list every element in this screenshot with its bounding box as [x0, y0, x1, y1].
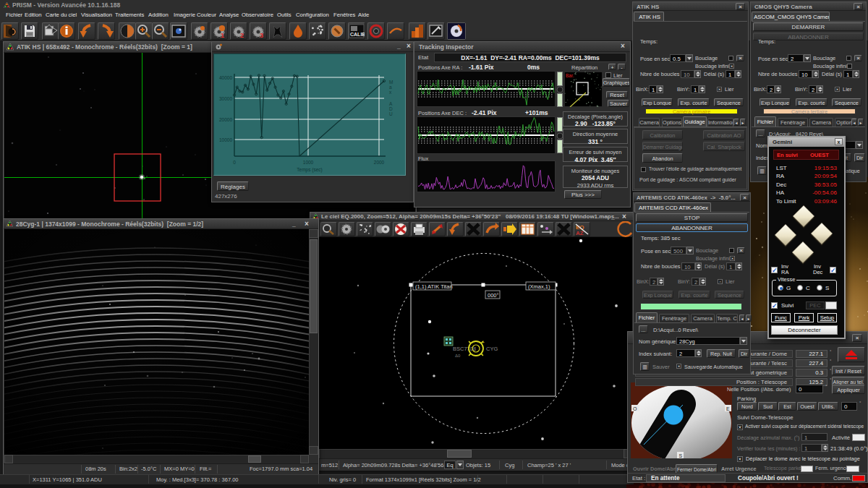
svg-text:30000: 30000 — [219, 96, 232, 101]
svg-text:M: M — [389, 80, 393, 85]
svg-text:O: O — [633, 406, 637, 411]
svg-text:(Xmax,1): (Xmax,1) — [528, 283, 550, 290]
svg-text:20000: 20000 — [219, 117, 232, 122]
svg-text:S: S — [679, 453, 683, 458]
svg-text:Bar.: Bar. — [566, 73, 574, 78]
svg-text:D: D — [389, 106, 393, 111]
svg-text:CYG: CYG — [486, 346, 498, 352]
svg-text:Δ0: Δ0 — [455, 354, 461, 358]
svg-text:2000: 2000 — [374, 160, 385, 165]
svg-text:CALIB: CALIB — [350, 32, 365, 37]
svg-text:40000: 40000 — [219, 75, 232, 80]
svg-text:2: 2 — [240, 32, 244, 39]
svg-text:000°: 000° — [488, 292, 499, 299]
svg-text:a: a — [389, 85, 392, 90]
svg-text:0: 0 — [233, 160, 236, 165]
svg-text:10000: 10000 — [219, 137, 232, 142]
svg-text:1: 1 — [221, 32, 224, 39]
svg-text:(1,1) ATIK Titan: (1,1) ATIK Titan — [415, 283, 453, 290]
svg-text:+: + — [482, 340, 485, 345]
svg-text:x: x — [389, 90, 392, 95]
svg-text:Temps (sec): Temps (sec) — [297, 167, 322, 173]
svg-text:E: E — [726, 406, 730, 411]
svg-text:U: U — [389, 111, 393, 116]
svg-text:3: 3 — [260, 32, 263, 39]
svg-text:AZ: AZ — [576, 230, 584, 236]
svg-text:1000: 1000 — [303, 160, 314, 165]
svg-text:A: A — [389, 101, 393, 106]
